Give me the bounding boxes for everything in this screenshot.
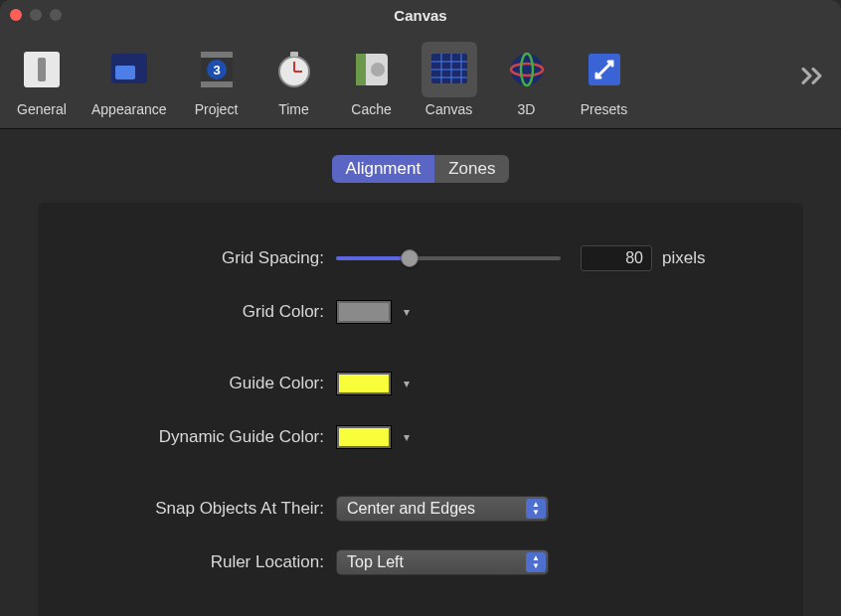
ruler-location-popup[interactable]: Top Left ▲▼ [336, 549, 549, 575]
snap-objects-value: Center and Edges [347, 500, 475, 518]
appearance-icon [107, 48, 151, 91]
grid-spacing-field[interactable] [581, 245, 652, 271]
grid-spacing-label: Grid Spacing: [78, 248, 336, 268]
grid-color-label: Grid Color: [78, 302, 336, 322]
preferences-toolbar: General Appearance 3 Project [0, 30, 841, 129]
toolbar-label: Presets [581, 101, 627, 117]
window-controls [10, 9, 62, 21]
toolbar-tab-canvas[interactable]: Canvas [420, 38, 479, 121]
toolbar-tab-project[interactable]: 3 Project [187, 38, 247, 121]
grid-color-well[interactable] [336, 300, 392, 324]
dynamic-guide-color-label: Dynamic Guide Color: [78, 427, 336, 447]
close-window-button[interactable] [10, 9, 22, 21]
popup-arrows-icon: ▲▼ [526, 552, 546, 572]
project-icon: 3 [195, 48, 239, 91]
toolbar-tab-presets[interactable]: Presets [575, 38, 634, 121]
svg-text:3: 3 [213, 63, 220, 77]
snap-objects-popup[interactable]: Center and Edges ▲▼ [336, 496, 549, 522]
svg-rect-1 [38, 58, 46, 81]
snap-objects-label: Snap Objects At Their: [78, 499, 336, 519]
grid-spacing-unit: pixels [662, 248, 705, 268]
time-icon [272, 48, 316, 91]
presets-icon [583, 48, 626, 91]
toolbar-label: Time [278, 101, 309, 117]
grid-spacing-slider[interactable] [336, 256, 561, 260]
svg-rect-6 [201, 81, 233, 87]
toolbar-tab-appearance[interactable]: Appearance [89, 38, 169, 121]
svg-rect-5 [201, 52, 233, 58]
window-title: Canvas [0, 7, 841, 24]
general-icon [20, 48, 64, 91]
preferences-content: Alignment Zones Grid Spacing: pixels Gri… [0, 129, 841, 616]
dynamic-guide-color-well[interactable] [336, 425, 392, 449]
toolbar-label: Canvas [425, 101, 472, 117]
toolbar-tab-3d[interactable]: 3D [497, 38, 557, 121]
chevron-down-icon[interactable]: ▾ [404, 430, 410, 444]
zoom-window-button[interactable] [50, 9, 62, 21]
tab-alignment[interactable]: Alignment [332, 155, 435, 183]
svg-rect-10 [290, 52, 298, 57]
toolbar-label: 3D [518, 101, 536, 117]
alignment-panel: Grid Spacing: pixels Grid Color: ▾ Guide… [38, 203, 803, 616]
subtab-segmented-control: Alignment Zones [30, 155, 811, 183]
svg-rect-3 [115, 66, 135, 79]
3d-icon [505, 48, 549, 91]
ruler-location-label: Ruler Location: [78, 552, 336, 572]
minimize-window-button[interactable] [30, 9, 42, 21]
toolbar-tab-time[interactable]: Time [264, 38, 324, 121]
toolbar-tab-general[interactable]: General [12, 38, 72, 121]
svg-point-15 [371, 63, 385, 77]
svg-rect-16 [431, 54, 467, 83]
toolbar-label: General [17, 101, 67, 117]
popup-arrows-icon: ▲▼ [526, 499, 546, 519]
chevron-down-icon[interactable]: ▾ [404, 305, 410, 319]
tab-zones[interactable]: Zones [434, 155, 509, 183]
chevron-down-icon[interactable]: ▾ [404, 377, 410, 390]
guide-color-well[interactable] [336, 372, 392, 395]
svg-point-23 [511, 54, 543, 85]
toolbar-tab-cache[interactable]: Cache [342, 38, 402, 121]
chevron-double-right-icon [801, 67, 825, 84]
toolbar-label: Project [195, 101, 239, 117]
toolbar-label: Appearance [91, 101, 167, 117]
titlebar: Canvas [0, 0, 841, 30]
ruler-location-value: Top Left [347, 553, 404, 571]
canvas-icon [427, 48, 471, 91]
toolbar-overflow-button[interactable] [801, 61, 825, 91]
guide-color-label: Guide Color: [78, 374, 336, 393]
cache-icon [350, 48, 394, 91]
svg-rect-14 [356, 54, 366, 85]
toolbar-label: Cache [351, 101, 391, 117]
